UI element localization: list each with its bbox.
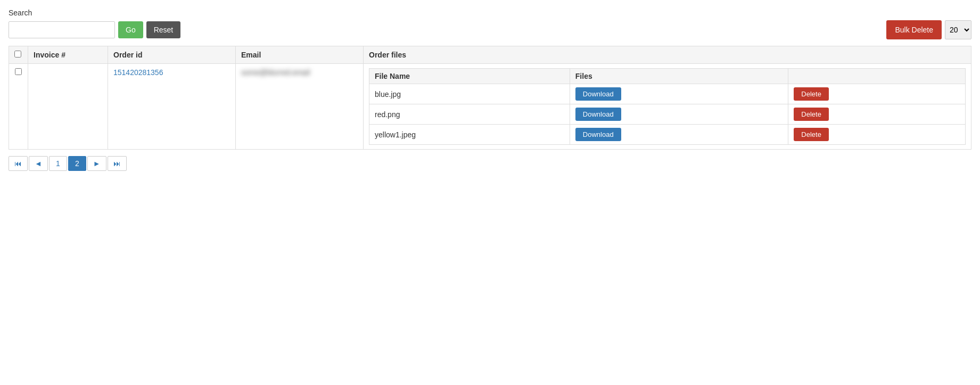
- select-all-checkbox[interactable]: [14, 51, 21, 58]
- pagination-page-2[interactable]: 2: [68, 156, 86, 171]
- file-name: red.png: [369, 104, 570, 125]
- files-header-filename: File Name: [369, 69, 570, 84]
- pagination-next[interactable]: ►: [87, 156, 106, 171]
- main-table: Invoice # Order id Email Order files 151…: [9, 46, 971, 150]
- header-order-files: Order files: [364, 46, 971, 64]
- search-label: Search: [9, 9, 971, 17]
- download-button[interactable]: Download: [575, 87, 621, 101]
- header-invoice: Invoice #: [28, 46, 108, 64]
- go-button[interactable]: Go: [118, 21, 143, 38]
- delete-file-button[interactable]: Delete: [794, 108, 829, 121]
- pagination-page-1[interactable]: 1: [49, 156, 67, 171]
- pagination-last[interactable]: ⏭: [108, 156, 127, 171]
- header-email: Email: [236, 46, 364, 64]
- order-id-link[interactable]: 151420281356: [113, 68, 163, 77]
- page-size-select[interactable]: 20 50 100: [945, 20, 971, 39]
- delete-file-button[interactable]: Delete: [794, 128, 829, 141]
- file-name: blue.jpg: [369, 84, 570, 104]
- row-email: some@blurred.email: [236, 64, 364, 150]
- file-row: red.pngDownloadDelete: [369, 104, 966, 125]
- row-checkbox[interactable]: [15, 68, 22, 75]
- header-order-id: Order id: [108, 46, 236, 64]
- row-order-id: 151420281356: [108, 64, 236, 150]
- search-input[interactable]: [9, 21, 115, 38]
- pagination-first[interactable]: ⏮: [9, 156, 28, 171]
- email-value: some@blurred.email: [241, 68, 310, 77]
- header-checkbox-col: [9, 46, 28, 64]
- file-row: yellow1.jpegDownloadDelete: [369, 125, 966, 145]
- row-invoice: [28, 64, 108, 150]
- files-header-files: Files: [570, 69, 788, 84]
- pagination-prev[interactable]: ◄: [29, 156, 48, 171]
- toolbar: Go Reset Bulk Delete 20 50 100: [9, 20, 971, 39]
- bulk-delete-button[interactable]: Bulk Delete: [886, 20, 942, 39]
- files-header-actions: [788, 69, 966, 84]
- toolbar-right: Bulk Delete 20 50 100: [886, 20, 971, 39]
- reset-button[interactable]: Reset: [146, 21, 181, 38]
- delete-file-button[interactable]: Delete: [794, 87, 829, 101]
- file-row: blue.jpgDownloadDelete: [369, 84, 966, 104]
- table-row: 151420281356some@blurred.emailFile NameF…: [9, 64, 971, 150]
- row-order-files: File NameFilesblue.jpgDownloadDeletered.…: [364, 64, 971, 150]
- file-name: yellow1.jpeg: [369, 125, 570, 145]
- files-table: File NameFilesblue.jpgDownloadDeletered.…: [369, 68, 966, 145]
- pagination: ⏮ ◄ 1 2 ► ⏭: [9, 156, 971, 171]
- download-button[interactable]: Download: [575, 128, 621, 141]
- download-button[interactable]: Download: [575, 108, 621, 121]
